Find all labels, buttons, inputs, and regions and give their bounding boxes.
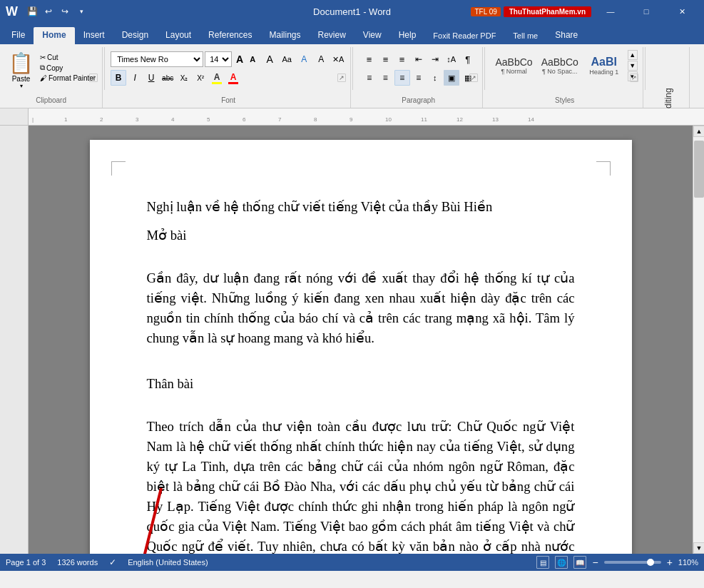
justify-button[interactable]: ≡ bbox=[411, 70, 427, 86]
clear-all-format-button[interactable]: ✕A bbox=[330, 51, 346, 67]
bold-button[interactable]: B bbox=[111, 70, 126, 86]
document-area: Nghị luận về hệ thống chữ viết tiếng Việ… bbox=[0, 126, 704, 554]
underline-button[interactable]: U bbox=[143, 70, 159, 86]
scroll-down-button[interactable]: ▼ bbox=[693, 542, 704, 554]
section-than-bai: Thân bài bbox=[147, 374, 575, 394]
zoom-slider[interactable] bbox=[604, 561, 661, 564]
superscript-button[interactable]: X² bbox=[193, 70, 208, 86]
highlight-color-button[interactable]: A bbox=[313, 51, 329, 67]
styles-group: AaBbCo ¶ Normal AaBbCo ¶ No Spac... AaBI… bbox=[486, 47, 643, 108]
font-color-button[interactable]: A bbox=[225, 70, 241, 86]
maximize-button[interactable]: □ bbox=[630, 0, 663, 23]
font-group: Times New Ro 14 A A A Aa A A ✕A B I U a bbox=[106, 47, 351, 108]
style-normal[interactable]: AaBbCo ¶ Normal bbox=[491, 54, 536, 77]
redo-button[interactable]: ↪ bbox=[58, 4, 72, 19]
tab-mailings[interactable]: Mailings bbox=[260, 27, 309, 44]
undo-button[interactable]: ↩ bbox=[41, 4, 56, 19]
italic-button[interactable]: I bbox=[127, 70, 143, 86]
tab-review[interactable]: Review bbox=[309, 27, 354, 44]
align-left-button[interactable]: ≡ bbox=[362, 70, 377, 86]
font-size-controls: A A bbox=[233, 51, 259, 67]
minimize-button[interactable]: — bbox=[594, 0, 627, 23]
align-right-button[interactable]: ≡ bbox=[394, 70, 410, 86]
clear-format-button[interactable]: A bbox=[262, 51, 277, 67]
tab-home[interactable]: Home bbox=[34, 27, 74, 44]
line-spacing-button[interactable]: ↕ bbox=[427, 70, 443, 86]
word-count[interactable]: 1326 words bbox=[57, 558, 98, 567]
style-heading1[interactable]: AaBI Heading 1 bbox=[583, 54, 625, 78]
paste-dropdown-icon[interactable]: ▾ bbox=[20, 83, 23, 89]
cut-button[interactable]: ✂ Cut bbox=[38, 53, 98, 62]
shading-button[interactable]: ▣ bbox=[444, 70, 459, 86]
tab-layout[interactable]: Layout bbox=[157, 27, 200, 44]
styles-group-label: Styles bbox=[486, 95, 643, 105]
show-hide-button[interactable]: ¶ bbox=[460, 51, 476, 67]
font-size-select[interactable]: 14 bbox=[205, 51, 232, 67]
multilevel-list-button[interactable]: ≡ bbox=[394, 51, 410, 67]
editing-label: Editing bbox=[663, 57, 673, 114]
align-center-button[interactable]: ≡ bbox=[378, 70, 394, 86]
shrink-font-button[interactable]: A bbox=[246, 51, 259, 67]
font-group-label: Font bbox=[106, 95, 350, 105]
section-mo-bai: Mở bài bbox=[147, 225, 575, 245]
tab-view[interactable]: View bbox=[354, 27, 390, 44]
scroll-up-button[interactable]: ▲ bbox=[693, 126, 704, 137]
change-case-button[interactable]: Aa bbox=[279, 51, 295, 67]
numbering-button[interactable]: ≡ bbox=[378, 51, 394, 67]
paste-label: Paste bbox=[12, 75, 31, 83]
document-page[interactable]: Nghị luận về hệ thống chữ viết tiếng Việ… bbox=[90, 140, 632, 554]
tab-references[interactable]: References bbox=[200, 27, 260, 44]
save-button[interactable]: 💾 bbox=[25, 4, 39, 19]
scroll-track[interactable] bbox=[693, 137, 704, 542]
text-effects-button[interactable]: A bbox=[296, 51, 312, 67]
strikethrough-button[interactable]: abc bbox=[160, 70, 175, 86]
customize-qt-button[interactable]: ▾ bbox=[74, 4, 88, 19]
print-layout-view-button[interactable]: ▤ bbox=[536, 556, 549, 569]
increase-indent-button[interactable]: ⇥ bbox=[427, 51, 443, 67]
page-indicator[interactable]: Page 1 of 3 bbox=[6, 558, 46, 567]
separator-4 bbox=[645, 47, 646, 90]
separator-2 bbox=[352, 47, 353, 90]
styles-scroll-down[interactable]: ▼ bbox=[628, 61, 638, 71]
copy-icon: ⧉ bbox=[40, 64, 45, 72]
tab-tellme[interactable]: Tell me bbox=[504, 29, 546, 44]
cut-icon: ✂ bbox=[40, 54, 46, 61]
tab-insert[interactable]: Insert bbox=[75, 27, 113, 44]
paste-button[interactable]: 📋 Paste ▾ bbox=[4, 50, 38, 91]
zoom-in-button[interactable]: + bbox=[667, 557, 673, 568]
scroll-thumb[interactable] bbox=[694, 141, 704, 198]
ribbon: 📋 Paste ▾ ✂ Cut ⧉ Copy 🖌 Format Painter bbox=[0, 44, 704, 108]
text-highlight-button[interactable]: A bbox=[209, 70, 225, 86]
tab-design[interactable]: Design bbox=[113, 27, 157, 44]
bullets-button[interactable]: ≡ bbox=[362, 51, 377, 67]
web-layout-view-button[interactable]: 🌐 bbox=[555, 556, 568, 569]
tab-help[interactable]: Help bbox=[390, 27, 425, 44]
spacer-1 bbox=[147, 254, 575, 268]
separator-1 bbox=[104, 47, 105, 90]
tab-file[interactable]: File bbox=[3, 27, 34, 44]
subscript-button[interactable]: X₂ bbox=[176, 70, 192, 86]
zoom-level[interactable]: 110% bbox=[678, 558, 698, 567]
decrease-indent-button[interactable]: ⇤ bbox=[411, 51, 427, 67]
zoom-slider-thumb[interactable] bbox=[647, 559, 654, 566]
read-mode-button[interactable]: 📖 bbox=[573, 556, 586, 569]
close-button[interactable]: ✕ bbox=[665, 0, 698, 23]
styles-scroll-up[interactable]: ▲ bbox=[628, 50, 638, 60]
paste-icon: 📋 bbox=[9, 51, 34, 75]
title-bar-left: W 💾 ↩ ↪ ▾ bbox=[6, 4, 88, 19]
style-no-spacing[interactable]: AaBbCo ¶ No Spac... bbox=[538, 54, 582, 77]
tab-share[interactable]: Share bbox=[546, 27, 586, 44]
format-painter-icon: 🖌 bbox=[40, 74, 47, 82]
zoom-out-button[interactable]: − bbox=[592, 557, 598, 568]
language-indicator[interactable]: English (United States) bbox=[128, 558, 208, 567]
page-corner-tl bbox=[111, 161, 126, 176]
quick-access-toolbar: 💾 ↩ ↪ ▾ bbox=[25, 4, 88, 19]
font-name-select[interactable]: Times New Ro bbox=[111, 51, 203, 67]
tab-foxit[interactable]: Foxit Reader PDF bbox=[424, 29, 504, 44]
document-scroll-area[interactable]: Nghị luận về hệ thống chữ viết tiếng Việ… bbox=[29, 126, 693, 554]
status-right: ▤ 🌐 📖 − + 110% bbox=[536, 556, 698, 569]
sort-button[interactable]: ↕A bbox=[444, 51, 459, 67]
grow-font-button[interactable]: A bbox=[233, 51, 246, 67]
copy-button[interactable]: ⧉ Copy bbox=[38, 63, 98, 73]
spacer-2 bbox=[147, 360, 575, 374]
